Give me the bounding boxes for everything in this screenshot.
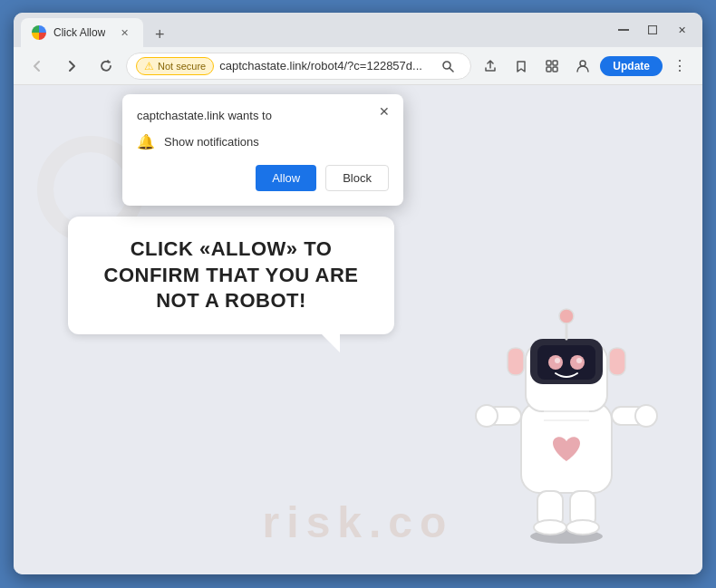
svg-point-19 — [576, 358, 582, 363]
toolbar: ⚠ Not secure captchastate.link/robot4/?c… — [14, 47, 702, 85]
active-tab[interactable]: Click Allow ✕ — [21, 18, 143, 47]
svg-point-30 — [534, 520, 566, 535]
block-button[interactable]: Block — [325, 165, 389, 191]
bookmark-button[interactable] — [508, 53, 535, 80]
forward-button[interactable] — [57, 52, 86, 81]
toolbar-actions: Update ⋮ — [477, 53, 693, 80]
window-controls: ✕ — [610, 16, 695, 43]
popup-title: captchastate.link wants to — [137, 109, 389, 122]
robot-svg — [467, 294, 666, 547]
svg-point-18 — [555, 358, 560, 363]
page-content: risk.co ✕ captchastate.link wants to 🔔 S… — [14, 85, 702, 574]
svg-point-21 — [559, 309, 574, 323]
svg-line-3 — [450, 68, 454, 72]
url-text: captchastate.link/robot4/?c=122857d... — [219, 59, 429, 72]
warning-icon: ⚠ — [144, 60, 154, 72]
minimize-button[interactable] — [610, 16, 637, 43]
svg-rect-4 — [547, 61, 551, 65]
svg-rect-23 — [609, 348, 625, 375]
svg-point-26 — [476, 405, 498, 427]
notification-popup: ✕ captchastate.link wants to 🔔 Show noti… — [122, 94, 403, 206]
extensions-button[interactable] — [538, 53, 566, 80]
watermark-text: risk.co — [263, 497, 454, 547]
maximize-button[interactable] — [639, 16, 666, 43]
svg-rect-1 — [649, 26, 657, 34]
security-label: Not secure — [158, 61, 206, 72]
speech-bubble: CLICK «ALLOW» TO CONFIRM THAT YOU ARE NO… — [68, 217, 394, 334]
svg-rect-6 — [547, 67, 551, 72]
update-button[interactable]: Update — [600, 56, 663, 76]
address-bar[interactable]: ⚠ Not secure captchastate.link/robot4/?c… — [126, 53, 471, 80]
permission-text: Show notifications — [164, 135, 259, 149]
svg-rect-5 — [553, 61, 557, 65]
tab-bar: Click Allow ✕ + — [21, 13, 610, 47]
robot-character — [467, 294, 666, 547]
chrome-menu-button[interactable]: ⋮ — [666, 53, 693, 80]
svg-rect-0 — [618, 29, 629, 31]
tab-close-button[interactable]: ✕ — [116, 24, 132, 41]
svg-point-8 — [580, 61, 585, 66]
bubble-text: CLICK «ALLOW» TO CONFIRM THAT YOU ARE NO… — [95, 236, 367, 314]
popup-buttons: Allow Block — [137, 165, 389, 191]
profile-button[interactable] — [569, 53, 596, 80]
search-icon[interactable] — [434, 53, 461, 80]
reload-button[interactable] — [92, 52, 121, 81]
share-button[interactable] — [477, 53, 504, 80]
tab-title: Click Allow — [53, 26, 105, 39]
back-button[interactable] — [23, 52, 52, 81]
svg-point-31 — [566, 520, 599, 535]
svg-rect-7 — [553, 67, 557, 72]
tab-favicon-icon — [32, 25, 46, 40]
svg-rect-15 — [537, 345, 595, 380]
allow-button[interactable]: Allow — [256, 165, 316, 191]
close-button[interactable]: ✕ — [668, 16, 695, 43]
browser-window: Click Allow ✕ + ✕ ⚠ Not — [14, 13, 702, 574]
popup-permission: 🔔 Show notifications — [137, 133, 389, 150]
popup-close-button[interactable]: ✕ — [374, 101, 394, 121]
security-indicator: ⚠ Not secure — [136, 57, 214, 75]
bell-icon: 🔔 — [137, 133, 155, 150]
svg-point-27 — [635, 405, 657, 427]
svg-rect-22 — [508, 348, 524, 375]
title-bar: Click Allow ✕ + ✕ — [14, 13, 702, 47]
new-tab-button[interactable]: + — [147, 22, 172, 47]
